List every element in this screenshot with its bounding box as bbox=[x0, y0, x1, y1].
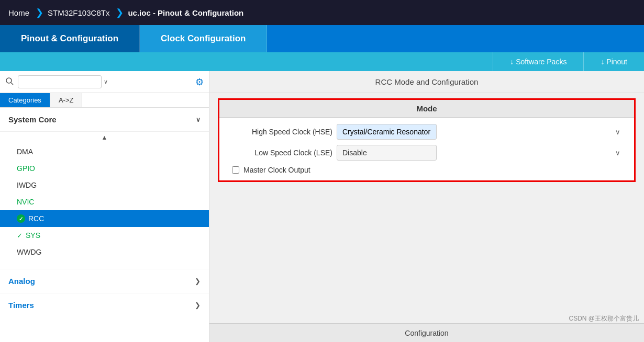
master-clock-label: Master Clock Output bbox=[243, 166, 310, 174]
gear-icon[interactable]: ⚙ bbox=[195, 76, 204, 88]
tab-bar: Pinout & Configuration Clock Configurati… bbox=[0, 25, 644, 52]
breadcrumb-home[interactable]: Home bbox=[8, 8, 36, 17]
search-input[interactable] bbox=[18, 75, 102, 88]
sidebar-search-row: ∨ ⚙ bbox=[0, 71, 209, 93]
sidebar-item-gpio[interactable]: GPIO bbox=[0, 160, 209, 177]
sidebar-item-iwdg[interactable]: IWDG bbox=[0, 177, 209, 193]
analog-expand-icon: ❯ bbox=[195, 277, 201, 285]
content-area: RCC Mode and Configuration Mode High Spe… bbox=[209, 71, 644, 342]
rcc-mode-title: RCC Mode and Configuration bbox=[209, 71, 644, 93]
hse-label: High Speed Clock (HSE) bbox=[228, 128, 332, 136]
hse-config-row: High Speed Clock (HSE) Crystal/Ceramic R… bbox=[228, 124, 626, 140]
system-core-label: System Core bbox=[8, 115, 57, 124]
svg-point-0 bbox=[6, 78, 12, 83]
software-packs-sub[interactable]: ↓ Software Packs bbox=[493, 52, 583, 71]
sidebar-sort-arrow: ▲ bbox=[0, 132, 209, 143]
hse-select-wrapper: Crystal/Ceramic Resonator Disable Bypass… bbox=[337, 124, 626, 140]
mode-header: Mode bbox=[219, 100, 634, 118]
tab-az[interactable]: A->Z bbox=[50, 93, 83, 107]
sidebar-item-rcc[interactable]: ✓ RCC bbox=[0, 210, 209, 227]
search-icon bbox=[5, 77, 14, 87]
timers-label: Timers bbox=[8, 301, 34, 310]
breadcrumb-device[interactable]: STM32F103C8Tx bbox=[48, 8, 116, 17]
sidebar-section-system-core: System Core ∨ ▲ DMA GPIO IWDG NVIC ✓ RCC… bbox=[0, 108, 209, 260]
master-clock-row: Master Clock Output bbox=[228, 166, 626, 174]
pinout-sub[interactable]: ↓ Pinout bbox=[583, 52, 644, 71]
breadcrumb-arrow-1: ❯ bbox=[36, 7, 43, 18]
timers-expand-icon: ❯ bbox=[195, 301, 201, 309]
master-clock-checkbox[interactable] bbox=[232, 166, 239, 174]
lse-select-wrapper: Disable Crystal/Ceramic Resonator Bypass… bbox=[337, 145, 626, 161]
sidebar-item-dma[interactable]: DMA bbox=[0, 143, 209, 160]
system-core-collapse-icon: ∨ bbox=[196, 116, 201, 123]
sidebar-item-nvic[interactable]: NVIC bbox=[0, 193, 209, 210]
search-dropdown-arrow[interactable]: ∨ bbox=[104, 78, 108, 85]
watermark: CSDN @王权那个富贵儿 bbox=[569, 314, 639, 323]
sidebar-timers-row[interactable]: Timers ❯ bbox=[0, 293, 209, 317]
mode-section: Mode High Speed Clock (HSE) Crystal/Cera… bbox=[218, 98, 636, 182]
lse-config-row: Low Speed Clock (LSE) Disable Crystal/Ce… bbox=[228, 145, 626, 161]
lse-label: Low Speed Clock (LSE) bbox=[228, 149, 332, 157]
sidebar: ∨ ⚙ Categories A->Z System Core ∨ ▲ DMA … bbox=[0, 71, 209, 342]
tab-pinout-config[interactable]: Pinout & Configuration bbox=[0, 25, 140, 52]
breadcrumb-current[interactable]: uc.ioc - Pinout & Configuration bbox=[128, 8, 250, 17]
tab-clock-config[interactable]: Clock Configuration bbox=[140, 25, 267, 52]
rcc-check-icon: ✓ bbox=[17, 214, 25, 223]
svg-line-1 bbox=[11, 83, 13, 85]
mode-body: High Speed Clock (HSE) Crystal/Ceramic R… bbox=[219, 118, 634, 180]
sys-check-icon: ✓ bbox=[17, 232, 23, 240]
configuration-bar: Configuration bbox=[209, 323, 644, 342]
analog-label: Analog bbox=[8, 277, 35, 286]
system-core-header[interactable]: System Core ∨ bbox=[0, 108, 209, 132]
breadcrumb-bar: Home ❯ STM32F103C8Tx ❯ uc.ioc - Pinout &… bbox=[0, 0, 644, 25]
main-layout: ∨ ⚙ Categories A->Z System Core ∨ ▲ DMA … bbox=[0, 71, 644, 342]
category-tabs: Categories A->Z bbox=[0, 93, 209, 108]
hse-select[interactable]: Crystal/Ceramic Resonator Disable Bypass… bbox=[337, 124, 437, 140]
secondary-bar: ↓ Software Packs ↓ Pinout bbox=[0, 52, 644, 71]
breadcrumb-arrow-2: ❯ bbox=[116, 7, 124, 18]
sidebar-item-wwdg[interactable]: WWDG bbox=[0, 244, 209, 260]
lse-select[interactable]: Disable Crystal/Ceramic Resonator Bypass… bbox=[337, 145, 437, 161]
sidebar-analog-row[interactable]: Analog ❯ bbox=[0, 269, 209, 293]
sidebar-item-sys[interactable]: ✓ SYS bbox=[0, 227, 209, 244]
tab-categories[interactable]: Categories bbox=[0, 93, 50, 107]
